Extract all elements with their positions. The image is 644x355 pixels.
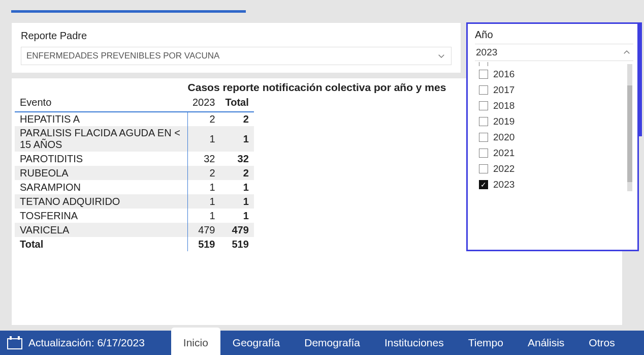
cell-year: 32 <box>187 152 220 166</box>
cell-total: 1 <box>220 180 254 194</box>
table-row[interactable]: VARICELA479479 <box>15 223 254 237</box>
year-option-label: 2022 <box>493 163 514 174</box>
cell-year: 1 <box>187 126 220 152</box>
checkbox-icon <box>479 62 488 66</box>
reporte-padre-label: Reporte Padre <box>21 30 452 42</box>
year-option[interactable]: 2018 <box>475 98 633 113</box>
cell-year: 1 <box>187 180 220 194</box>
col-evento-header[interactable]: Evento <box>15 95 187 112</box>
year-option[interactable]: 2019 <box>475 113 633 129</box>
year-option[interactable]: 2016 <box>475 66 633 82</box>
year-scrollbar[interactable] <box>627 64 632 191</box>
year-option-label: 2020 <box>493 132 514 143</box>
checkbox-icon <box>479 164 488 173</box>
nav-tab-inicio[interactable]: Inicio <box>171 328 220 355</box>
table-row[interactable]: PAROTIDITIS3232 <box>15 152 254 166</box>
checkbox-icon <box>479 180 488 189</box>
cell-evento: HEPATITIS A <box>15 112 187 126</box>
year-option[interactable]: 2021 <box>475 145 633 161</box>
cell-year: 2 <box>187 166 220 180</box>
accent-bar <box>11 10 246 13</box>
year-option[interactable]: 2017 <box>475 82 633 98</box>
checkbox-icon <box>479 85 488 95</box>
cell-total: 32 <box>220 152 254 166</box>
year-option-label: 2018 <box>493 100 514 111</box>
checkbox-icon <box>479 117 488 126</box>
cell-total: 2 <box>220 166 254 180</box>
nav-tab-geografía[interactable]: Geografía <box>220 331 292 355</box>
year-option[interactable]: 2023 <box>475 176 633 192</box>
cell-evento: SARAMPION <box>15 180 187 194</box>
cases-table: Evento 2023 Total HEPATITIS A22PARALISIS… <box>15 95 254 251</box>
cell-evento: VARICELA <box>15 223 187 237</box>
reporte-padre-card: Reporte Padre ENFERMEDADES PREVENIBLES P… <box>11 22 461 73</box>
year-option-label: 2017 <box>493 84 514 96</box>
year-slicer-card: Año 2023 2016201720182019202020212022202… <box>466 22 639 251</box>
cell-evento: PAROTIDITIS <box>15 152 187 166</box>
reporte-padre-selected: ENFERMEDADES PREVENIBLES POR VACUNA <box>26 51 219 61</box>
year-slicer-select[interactable]: 2023 <box>475 44 633 61</box>
year-option[interactable]: 2022 <box>475 161 633 176</box>
update-label: Actualización: 6/17/2023 <box>28 337 145 349</box>
checkbox-icon <box>479 101 488 110</box>
year-option-cut[interactable] <box>475 62 633 66</box>
table-row[interactable]: TOSFERINA11 <box>15 209 254 223</box>
cell-total: 1 <box>220 126 254 152</box>
table-row[interactable]: HEPATITIS A22 <box>15 112 254 126</box>
year-option-label: 2016 <box>493 69 514 80</box>
table-row[interactable]: RUBEOLA22 <box>15 166 254 180</box>
year-option-list: 20162017201820192020202120222023 <box>475 61 633 209</box>
year-option-label: 2019 <box>493 116 514 127</box>
cell-evento: RUBEOLA <box>15 166 187 180</box>
year-option[interactable]: 2020 <box>475 129 633 145</box>
cell-year: 1 <box>187 209 220 223</box>
col-year-header[interactable]: 2023 <box>187 95 220 112</box>
bottom-nav: Actualización: 6/17/2023 InicioGeografía… <box>0 331 644 355</box>
nav-tab-tiempo[interactable]: Tiempo <box>456 331 516 355</box>
cell-total: 1 <box>220 209 254 223</box>
checkbox-icon <box>479 70 488 79</box>
cell-evento: TOSFERINA <box>15 209 187 223</box>
cell-evento: TETANO ADQUIRIDO <box>15 194 187 209</box>
cell-year: 479 <box>187 223 220 237</box>
cell-total: 2 <box>220 112 254 126</box>
table-row[interactable]: PARALISIS FLACIDA AGUDA EN < 15 AÑOS11 <box>15 126 254 152</box>
table-row[interactable]: TETANO ADQUIRIDO11 <box>15 194 254 209</box>
year-slicer-selected: 2023 <box>476 47 497 58</box>
checkbox-icon <box>479 133 488 142</box>
nav-tab-análisis[interactable]: Análisis <box>516 331 576 355</box>
nav-tab-otros[interactable]: Otros <box>576 331 627 355</box>
table-total-row: Total519519 <box>15 237 254 251</box>
cell-evento: PARALISIS FLACIDA AGUDA EN < 15 AÑOS <box>15 126 187 152</box>
table-row[interactable]: SARAMPION11 <box>15 180 254 194</box>
chevron-up-icon <box>622 48 631 57</box>
year-slicer-label: Año <box>475 29 633 41</box>
cell-year: 2 <box>187 112 220 126</box>
col-total-header[interactable]: Total <box>220 95 254 112</box>
checkbox-icon <box>479 149 488 158</box>
right-accent-bar <box>639 22 642 136</box>
nav-tab-instituciones[interactable]: Instituciones <box>372 331 456 355</box>
reporte-padre-select[interactable]: ENFERMEDADES PREVENIBLES POR VACUNA <box>21 47 452 65</box>
year-option-label: 2023 <box>493 179 514 190</box>
calendar-icon <box>7 336 22 349</box>
cell-total: 479 <box>220 223 254 237</box>
nav-tab-demografía[interactable]: Demografía <box>292 331 372 355</box>
cell-total: 1 <box>220 194 254 209</box>
chevron-down-icon <box>437 51 446 61</box>
cell-year: 1 <box>187 194 220 209</box>
year-option-label: 2021 <box>493 147 514 159</box>
